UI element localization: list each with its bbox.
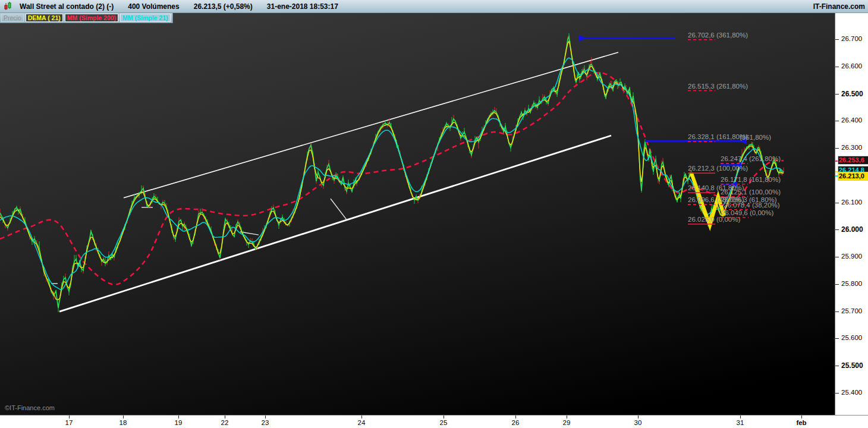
y-axis-tick-label: 26.000 — [841, 225, 863, 234]
fib-level-label[interactable]: 26.212,3 (100,00%) — [688, 165, 748, 172]
indicator-legend: PrecioDEMA ( 21)MM (Simple 200)MM (Simpl… — [0, 13, 173, 23]
x-axis-tick-label: 19 — [175, 419, 183, 426]
session-gap-mark — [331, 199, 347, 221]
y-axis-tick-mark — [835, 393, 839, 394]
arrow-head-icon — [579, 35, 586, 42]
chart-canvas[interactable]: 26.702,6 (361,80%)26.515,3 (261,80%)26.3… — [0, 0, 835, 415]
instrument-title: Wall Street al contado (2) (-) — [20, 2, 114, 11]
trend-channel-line-lower[interactable] — [59, 136, 611, 311]
y-axis-tick-mark — [835, 311, 839, 312]
price-chart[interactable]: 26.702,6 (361,80%)26.515,3 (261,80%)26.3… — [0, 0, 835, 415]
y-axis-tick-label: 25.900 — [841, 253, 862, 260]
x-axis-tick-label: 18 — [119, 419, 127, 426]
candlestick-icon — [4, 2, 12, 11]
trend-channel-line-upper[interactable] — [124, 52, 618, 198]
y-axis-tick-label: 26.500 — [841, 90, 863, 98]
y-axis-tick-label: 26.300 — [841, 144, 862, 151]
y-axis-tick-label: 26.100 — [841, 199, 862, 206]
y-axis-tick-label: 25.700 — [841, 307, 862, 314]
x-axis-tick-mark — [178, 416, 179, 418]
x-axis-tick-label: 26 — [512, 419, 520, 426]
x-axis-tick-mark — [265, 416, 266, 418]
x-axis-tick-mark — [567, 416, 567, 418]
y-axis-tick-label: 26.700 — [841, 35, 862, 42]
legend-item-2[interactable]: MM (Simple 200) — [65, 14, 118, 22]
x-axis-tick-mark — [444, 416, 444, 418]
y-axis-tick-mark — [835, 229, 839, 230]
price-line — [0, 37, 784, 308]
fib-level-label[interactable]: 26.125,1 (100,00%) — [721, 188, 781, 196]
price-badge: 26.253,6 — [838, 156, 868, 165]
last-price-change: 26.213,5 (+0,58%) — [194, 2, 253, 11]
y-axis-tick-label: 25.400 — [841, 389, 862, 396]
brand-label: IT-Finance.com — [813, 2, 865, 11]
x-axis-tick-mark — [225, 416, 225, 418]
x-axis-tick-mark — [638, 416, 639, 418]
fib-level-label[interactable]: 26.171,8 (161,80%) — [721, 176, 781, 183]
x-axis-tick-label: 25 — [440, 419, 448, 426]
y-axis-tick-mark — [835, 338, 839, 339]
fib-level-label[interactable]: 26.702,6 (361,80%) — [688, 32, 748, 39]
x-axis-tick-mark — [801, 416, 802, 418]
fib-level-label[interactable]: 26.078,4 (38,20%) — [724, 202, 780, 209]
datetime-label: 31-ene-2018 18:53:17 — [267, 2, 338, 11]
x-axis-tick-label: 30 — [634, 419, 642, 426]
fib-level-label[interactable]: 26.328,1 (161,80%) — [688, 133, 748, 140]
y-axis-tick-mark — [835, 203, 839, 203]
x-axis-tick-label: 24 — [358, 419, 366, 426]
y-axis-tick-mark — [835, 121, 839, 121]
watermark-copyright: ©IT-Finance.com — [5, 404, 55, 411]
time-axis[interactable]: 1718192223242526293031feb — [0, 415, 868, 428]
y-axis-tick-mark — [835, 94, 839, 95]
x-axis-tick-mark — [740, 416, 741, 418]
titlebar: Wall Street al contado (2) (-) 400 Volúm… — [0, 0, 868, 13]
y-axis-tick-mark — [835, 284, 839, 285]
legend-item-1[interactable]: DEMA ( 21) — [26, 14, 63, 22]
legend-item-0[interactable]: Precio — [1, 14, 24, 22]
y-axis-tick-mark — [835, 257, 839, 257]
x-axis-tick-label: 31 — [737, 419, 744, 426]
x-axis-tick-mark — [123, 416, 124, 418]
legend-item-3[interactable]: MM (Simple 21) — [120, 14, 170, 22]
y-axis-tick-mark — [835, 148, 839, 149]
price-badge: 26.213,0 — [838, 172, 868, 181]
x-axis-tick-mark — [515, 416, 516, 418]
y-axis-tick-mark — [835, 39, 839, 40]
y-axis-tick-label: 25.600 — [841, 334, 862, 341]
trading-app-window: 26.702,6 (361,80%)26.515,3 (261,80%)26.3… — [0, 0, 868, 428]
x-axis-tick-label: 29 — [563, 419, 571, 426]
x-axis-tick-mark — [69, 416, 70, 418]
fib-level-label[interactable]: 26.247,4 (261,80%) — [721, 155, 781, 162]
fib-level-label[interactable]: 26.515,3 (261,80%) — [688, 83, 748, 90]
y-axis-tick-label: 26.400 — [841, 117, 862, 124]
x-axis-tick-mark — [361, 416, 362, 418]
y-axis-tick-mark — [835, 67, 839, 67]
y-axis-tick-label: 25.800 — [841, 280, 862, 287]
x-axis-tick-label: 23 — [262, 419, 269, 426]
y-axis-tick-label: 25.500 — [841, 361, 863, 370]
fib-level-label[interactable]: 26.049,6 (0,00%) — [721, 209, 773, 216]
fib-level-label[interactable]: 26.025,0 (0,00%) — [688, 216, 740, 223]
fib-level-label[interactable]: (361,80%) — [740, 134, 771, 141]
price-axis[interactable]: 26.70026.60026.50026.40026.30026.10026.0… — [835, 13, 868, 415]
x-axis-tick-label: 22 — [221, 419, 229, 426]
volume-label: 400 Volúmenes — [128, 2, 179, 11]
y-axis-tick-label: 26.600 — [841, 62, 862, 70]
x-axis-tick-label: feb — [796, 419, 806, 426]
x-axis-tick-label: 17 — [65, 419, 73, 426]
mm21-line[interactable] — [0, 58, 784, 289]
y-axis-tick-mark — [835, 366, 839, 366]
